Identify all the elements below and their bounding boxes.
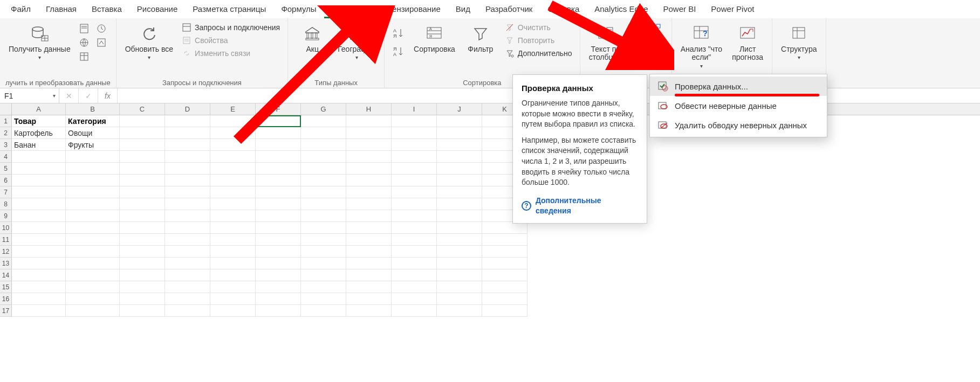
remove-duplicates-button[interactable] — [630, 36, 642, 47]
cell[interactable] — [256, 210, 301, 222]
cell[interactable] — [12, 293, 66, 305]
cell[interactable] — [210, 175, 256, 186]
cell[interactable]: Товар — [12, 115, 66, 127]
cell[interactable] — [346, 127, 392, 139]
select-all[interactable] — [0, 103, 12, 115]
cell[interactable] — [66, 269, 120, 281]
menu-item-circle-invalid[interactable]: Обвести неверные данные — [650, 96, 827, 115]
row-header[interactable]: 17 — [0, 305, 12, 317]
cell[interactable] — [120, 258, 165, 269]
cell[interactable] — [66, 175, 120, 186]
cell[interactable] — [392, 163, 437, 175]
manage-data-model-button[interactable] — [650, 48, 662, 60]
row-header[interactable]: 14 — [0, 269, 12, 281]
row-header[interactable]: 13 — [0, 258, 12, 269]
from-web-button[interactable] — [78, 37, 90, 48]
cell[interactable] — [120, 151, 165, 163]
cell[interactable] — [210, 127, 256, 139]
cell[interactable] — [256, 186, 301, 198]
insert-function-button[interactable]: fx — [98, 88, 118, 103]
cell[interactable] — [12, 151, 66, 163]
row-header[interactable]: 12 — [0, 246, 12, 258]
cell[interactable] — [165, 222, 210, 234]
cell[interactable] — [165, 305, 210, 317]
cell[interactable] — [437, 210, 482, 222]
cell[interactable] — [392, 305, 437, 317]
cell[interactable] — [12, 175, 66, 186]
cell[interactable] — [210, 281, 256, 293]
data-validation-button[interactable] — [630, 48, 642, 60]
tab-review[interactable]: Рецензирование — [371, 0, 448, 18]
cell[interactable] — [12, 234, 66, 246]
cell[interactable] — [301, 163, 346, 175]
cell[interactable] — [66, 234, 120, 246]
tab-draw[interactable]: Рисование — [129, 0, 186, 18]
outline-button[interactable]: Структура ▾ — [778, 20, 820, 62]
from-text-csv-button[interactable] — [78, 23, 90, 34]
cell[interactable] — [165, 186, 210, 198]
cell[interactable] — [165, 115, 210, 127]
cell[interactable] — [210, 115, 256, 127]
cell[interactable] — [392, 139, 437, 151]
cell[interactable] — [66, 222, 120, 234]
tab-page-layout[interactable]: Разметка страницы — [185, 0, 273, 18]
cell[interactable] — [165, 281, 210, 293]
cell[interactable] — [437, 246, 482, 258]
col-header-H[interactable]: H — [346, 103, 392, 115]
advanced-filter-button[interactable]: Дополнительно — [503, 47, 574, 59]
cell[interactable] — [301, 246, 346, 258]
cell[interactable] — [392, 234, 437, 246]
cell[interactable] — [437, 186, 482, 198]
cell[interactable] — [482, 222, 527, 234]
tab-power-pivot[interactable]: Power Pivot — [703, 0, 762, 18]
cell[interactable] — [482, 258, 527, 269]
col-header-C[interactable]: C — [120, 103, 165, 115]
cell[interactable] — [12, 269, 66, 281]
cell[interactable] — [165, 151, 210, 163]
cell[interactable] — [437, 127, 482, 139]
cell[interactable] — [12, 305, 66, 317]
cell[interactable] — [120, 127, 165, 139]
cell[interactable] — [392, 246, 437, 258]
cell[interactable] — [392, 175, 437, 186]
cell[interactable] — [437, 139, 482, 151]
col-header-G[interactable]: G — [301, 103, 346, 115]
cell[interactable] — [437, 175, 482, 186]
cell[interactable] — [256, 305, 301, 317]
cell[interactable] — [346, 222, 392, 234]
tab-help[interactable]: Справка — [540, 0, 587, 18]
cell[interactable] — [301, 186, 346, 198]
cell[interactable] — [301, 127, 346, 139]
cell[interactable] — [301, 305, 346, 317]
menu-item-clear-circles[interactable]: Удалить обводку неверных данных — [650, 115, 827, 135]
row-header[interactable]: 5 — [0, 163, 12, 175]
cell[interactable] — [346, 198, 392, 210]
cell[interactable]: Овощи — [66, 127, 120, 139]
cell[interactable] — [66, 163, 120, 175]
cell[interactable] — [165, 127, 210, 139]
cell[interactable] — [210, 305, 256, 317]
what-if-button[interactable]: ? Анализ "что если" ▾ — [677, 20, 725, 71]
cell[interactable] — [482, 234, 527, 246]
cell[interactable] — [482, 293, 527, 305]
cell[interactable]: Банан — [12, 139, 66, 151]
col-header-A[interactable]: A — [12, 103, 66, 115]
cell[interactable] — [120, 139, 165, 151]
name-box[interactable]: F1 ▾ — [0, 88, 59, 103]
cell[interactable] — [66, 305, 120, 317]
cell[interactable] — [437, 293, 482, 305]
cell[interactable] — [12, 186, 66, 198]
cell[interactable] — [256, 258, 301, 269]
col-header-E[interactable]: E — [210, 103, 256, 115]
row-header[interactable]: 11 — [0, 234, 12, 246]
cell[interactable] — [66, 186, 120, 198]
cell[interactable] — [482, 269, 527, 281]
col-header-I[interactable]: I — [392, 103, 437, 115]
cell[interactable] — [437, 115, 482, 127]
cell[interactable] — [256, 234, 301, 246]
cell[interactable] — [437, 258, 482, 269]
cell[interactable] — [301, 115, 346, 127]
cell[interactable] — [256, 163, 301, 175]
cell[interactable] — [346, 293, 392, 305]
cell[interactable] — [210, 234, 256, 246]
